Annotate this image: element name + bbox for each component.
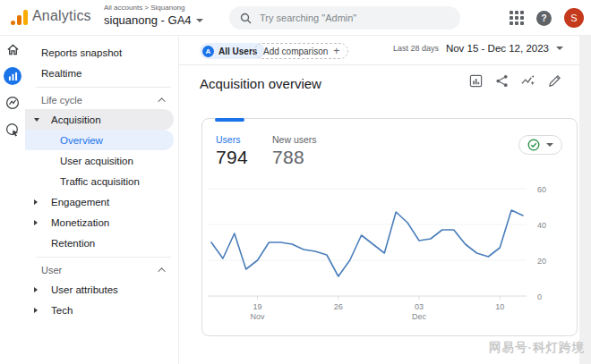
svg-text:60: 60 (537, 185, 546, 194)
sidebar-divider (36, 87, 171, 88)
sidebar-item-overview[interactable]: Overview (25, 130, 174, 150)
sidebar-item-retention[interactable]: Retention (25, 233, 178, 253)
sidebar-item-user-acquisition[interactable]: User acquisition (25, 150, 178, 171)
expand-arrow-icon[interactable] (34, 287, 41, 292)
ga4-app: Analytics All accounts > Siquanong siqua… (0, 0, 591, 364)
svg-text:40: 40 (537, 221, 546, 230)
comparison-bar: A All Users Add comparison + Last 28 day… (179, 36, 579, 65)
sidebar-item-label: User acquisition (60, 156, 133, 166)
home-icon[interactable] (0, 36, 25, 63)
svg-text:19: 19 (253, 302, 262, 311)
sidebar-item-label: Overview (60, 135, 103, 146)
sidebar-section-user[interactable]: User (25, 261, 178, 279)
section-title: Life cycle (41, 95, 82, 106)
expand-arrow-icon[interactable] (34, 220, 41, 225)
sidebar-item-label: Engagement (51, 197, 109, 207)
sidebar-item-user-attributes[interactable]: User attributes (25, 279, 178, 300)
users-line-chart: 020406019Nov2603Dec10 (208, 176, 573, 330)
advertising-icon[interactable] (0, 116, 25, 143)
chevron-down-icon (196, 19, 203, 22)
chevron-down-icon (546, 143, 553, 147)
collapse-arrow-icon[interactable] (34, 118, 41, 122)
property-selector[interactable]: All accounts > Siquanong siquanong - GA4 (104, 4, 203, 27)
main-content: A All Users Add comparison + Last 28 day… (179, 36, 579, 364)
google-apps-icon[interactable] (510, 11, 524, 25)
expand-arrow-icon[interactable] (34, 199, 41, 205)
left-icon-rail (0, 36, 25, 364)
metric-new-users[interactable]: New users 788 (272, 134, 317, 168)
section-title: User (41, 265, 62, 275)
expand-arrow-icon[interactable] (34, 308, 41, 313)
users-overview-card: Users 794 New users 788 020406019Nov2603… (201, 118, 578, 336)
avatar[interactable]: S (564, 8, 584, 28)
analytics-logo-icon (11, 9, 28, 25)
chevron-down-icon (556, 47, 563, 50)
sidebar-item-label: Reports snapshot (41, 47, 122, 58)
sidebar-item-monetization[interactable]: Monetization (25, 212, 178, 233)
report-nav-sidebar: Reports snapshotRealtimeLife cycleAcquis… (25, 36, 179, 364)
sidebar-item-label: User attributes (51, 284, 118, 295)
sidebar-item-realtime[interactable]: Realtime (25, 63, 178, 83)
brand-title: Analytics (32, 8, 91, 24)
edit-icon[interactable] (548, 74, 561, 88)
watermark: 网易号·科灯跨境 (489, 340, 585, 356)
breadcrumb: All accounts > Siquanong (104, 4, 203, 12)
sidebar-section-life-cycle[interactable]: Life cycle (25, 91, 178, 109)
right-gutter (579, 36, 591, 364)
sidebar-item-label: Realtime (41, 68, 81, 79)
sidebar-item-label: Tech (51, 305, 73, 316)
property-name: siquanong - GA4 (104, 13, 192, 27)
svg-text:10: 10 (495, 302, 504, 311)
plus-icon: + (333, 46, 339, 56)
chevron-up-icon[interactable] (158, 267, 165, 275)
sidebar-item-engagement[interactable]: Engagement (25, 191, 178, 212)
insights-card-icon[interactable] (469, 74, 483, 88)
help-icon[interactable]: ? (536, 11, 552, 26)
svg-text:Nov: Nov (251, 312, 266, 321)
svg-text:0: 0 (537, 292, 542, 301)
date-range-selector[interactable]: Last 28 days Nov 15 - Dec 12, 2023 (393, 43, 563, 54)
svg-text:26: 26 (334, 302, 343, 311)
app-header: Analytics All accounts > Siquanong siqua… (0, 0, 591, 36)
add-comparison-button[interactable]: Add comparison + (254, 43, 348, 59)
sidebar-item-label: Traffic acquisition (60, 176, 140, 187)
search-icon (240, 13, 252, 24)
insights-icon[interactable] (521, 74, 535, 88)
sidebar-item-label: Acquisition (51, 114, 101, 125)
sidebar-item-label: Retention (51, 238, 95, 249)
reports-icon[interactable] (0, 63, 25, 89)
metric-users[interactable]: Users 794 (216, 134, 248, 168)
svg-text:20: 20 (537, 257, 546, 266)
sidebar-item-tech[interactable]: Tech (25, 300, 178, 320)
data-quality-button[interactable] (518, 135, 562, 155)
audience-badge: A (202, 46, 214, 57)
share-icon[interactable] (495, 74, 509, 88)
sidebar-item-label: Monetization (51, 217, 109, 228)
check-circle-icon (527, 139, 540, 151)
search-placeholder: Try searching "Admin" (260, 13, 356, 23)
sidebar-item-traffic-acquisition[interactable]: Traffic acquisition (25, 171, 178, 191)
svg-text:Dec: Dec (412, 312, 427, 321)
sidebar-item-acquisition[interactable]: Acquisition (25, 109, 174, 130)
page-title: Acquisition overview (200, 76, 321, 91)
sidebar-divider (36, 257, 171, 258)
explore-icon[interactable] (0, 89, 25, 116)
search-input[interactable]: Try searching "Admin" (229, 6, 460, 30)
chevron-up-icon[interactable] (158, 97, 165, 105)
sidebar-item-reports-snapshot[interactable]: Reports snapshot (25, 42, 178, 63)
svg-text:03: 03 (415, 302, 424, 311)
carousel-tab-indicator[interactable] (215, 118, 244, 122)
